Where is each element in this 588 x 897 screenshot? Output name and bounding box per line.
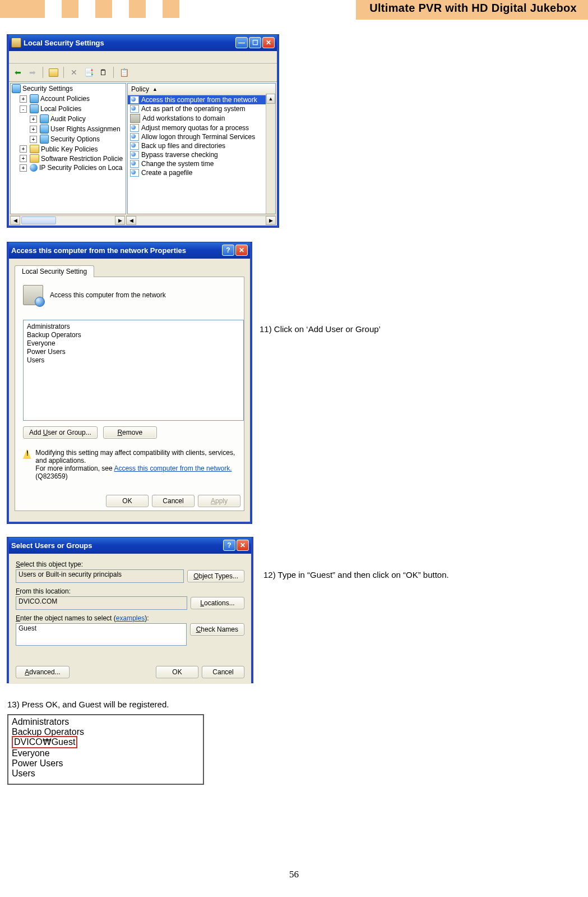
export-icon[interactable]: 🗒 xyxy=(98,67,109,78)
titlebar[interactable]: Access this computer from the network Pr… xyxy=(9,242,250,259)
policy-row[interactable]: Adjust memory quotas for a process xyxy=(128,123,275,132)
policy-list[interactable]: Policy▲ Access this computer from the ne… xyxy=(127,83,276,214)
titlebar[interactable]: Local Security Settings — ☐ ✕ xyxy=(9,35,277,51)
user-item[interactable]: Users xyxy=(27,356,240,365)
expander-icon[interactable]: + xyxy=(20,164,27,172)
cancel-button[interactable]: Cancel xyxy=(152,495,195,507)
page-number: 56 xyxy=(0,869,588,880)
policy-label: Back up files and directories xyxy=(141,142,225,150)
list-scrollbar[interactable]: ◀ ▶ xyxy=(126,215,276,225)
user-item[interactable]: Everyone xyxy=(27,339,240,348)
tree-item[interactable]: + Security Options xyxy=(11,134,126,144)
policy-row[interactable]: Allow logon through Terminal Services xyxy=(128,132,275,141)
app-icon xyxy=(11,38,21,48)
tree-item[interactable]: + Software Restriction Policie xyxy=(11,154,126,163)
maximize-button[interactable]: ☐ xyxy=(249,37,261,48)
result-item: Administrators xyxy=(12,717,200,727)
scroll-right-icon[interactable]: ▶ xyxy=(266,216,276,225)
cancel-button[interactable]: Cancel xyxy=(202,666,244,678)
help-button[interactable]: ? xyxy=(222,245,234,256)
expander-icon[interactable]: + xyxy=(20,95,27,103)
vertical-scrollbar[interactable]: ▲ xyxy=(266,94,275,214)
tree-item[interactable]: + Public Key Policies xyxy=(11,144,126,154)
label-location: From this location: xyxy=(16,587,244,595)
close-button[interactable]: ✕ xyxy=(237,540,249,551)
scroll-left-icon[interactable]: ◀ xyxy=(126,216,136,225)
object-types-button[interactable]: Object Types... xyxy=(187,570,244,582)
expander-icon[interactable]: + xyxy=(30,116,37,123)
object-names-input[interactable]: Guest xyxy=(16,623,187,646)
tree-item-selected[interactable]: + User Rights Assignmen xyxy=(11,124,126,134)
policy-row[interactable]: Access this computer from the network xyxy=(128,95,275,104)
policy-row[interactable]: Create a pagefile xyxy=(128,168,275,177)
refresh-icon[interactable]: 📋 xyxy=(118,67,129,78)
scroll-right-icon[interactable]: ▶ xyxy=(115,216,125,225)
list-header[interactable]: Policy▲ xyxy=(128,84,275,95)
expander-icon[interactable]: + xyxy=(30,126,37,133)
computer-icon xyxy=(130,114,140,123)
policy-row[interactable]: Act as part of the operating system xyxy=(128,104,275,113)
warning-icon xyxy=(23,449,31,459)
expander-icon[interactable]: + xyxy=(30,136,37,143)
book-icon xyxy=(40,114,49,123)
policy-row[interactable]: Add workstations to domain xyxy=(128,113,275,123)
result-item: Users xyxy=(12,769,200,779)
window-title: Local Security Settings xyxy=(24,39,104,47)
result-item-highlighted: DVICO₩Guest xyxy=(12,737,200,748)
tree-item[interactable]: + Audit Policy xyxy=(11,114,126,124)
user-item[interactable]: Power Users xyxy=(27,348,240,356)
remove-button[interactable]: Remove xyxy=(103,426,157,439)
tree-pane[interactable]: Security Settings + Account Policies - L… xyxy=(10,83,126,214)
policy-icon xyxy=(130,124,139,132)
warning-text: Modifying this setting may affect compat… xyxy=(35,449,236,480)
folder-icon xyxy=(30,145,39,153)
ok-button[interactable]: OK xyxy=(106,495,149,507)
titlebar[interactable]: Select Users or Groups ? ✕ xyxy=(9,537,251,554)
minimize-button[interactable]: — xyxy=(235,37,248,48)
help-button[interactable]: ? xyxy=(223,540,235,551)
policy-row[interactable]: Bypass traverse checking xyxy=(128,150,275,159)
tree-label: Public Key Policies xyxy=(41,145,98,153)
policy-row[interactable]: Back up files and directories xyxy=(128,141,275,150)
properties-icon[interactable]: 📑 xyxy=(83,67,94,78)
kb-link[interactable]: Access this computer from the network. xyxy=(114,464,232,472)
expander-icon[interactable]: + xyxy=(20,145,27,153)
tree-root[interactable]: Security Settings xyxy=(11,84,126,94)
user-item[interactable]: Administrators xyxy=(27,323,240,331)
policy-label: Act as part of the operating system xyxy=(141,105,245,113)
locations-button[interactable]: Locations... xyxy=(191,597,244,609)
scroll-up-icon[interactable]: ▲ xyxy=(266,94,275,104)
policy-icon xyxy=(130,105,139,113)
back-icon[interactable]: ⬅ xyxy=(12,67,24,78)
window-title: Select Users or Groups xyxy=(11,541,92,550)
expander-icon[interactable]: + xyxy=(20,155,27,162)
users-listbox[interactable]: Administrators Backup Operators Everyone… xyxy=(23,320,244,421)
column-header[interactable]: Policy xyxy=(131,85,149,93)
tree-item[interactable]: + Account Policies xyxy=(11,94,126,104)
ok-button[interactable]: OK xyxy=(156,666,198,678)
up-icon[interactable] xyxy=(48,67,59,78)
label-object-type: Select this object type: xyxy=(16,560,244,568)
forward-icon[interactable]: ➡ xyxy=(27,67,38,78)
scroll-left-icon[interactable]: ◀ xyxy=(10,216,20,225)
close-button[interactable]: ✕ xyxy=(262,37,275,48)
user-item[interactable]: Backup Operators xyxy=(27,331,240,339)
add-user-or-group-button[interactable]: Add User or Group... xyxy=(23,426,98,439)
close-button[interactable]: ✕ xyxy=(235,245,248,256)
menubar xyxy=(9,51,277,63)
tree-scrollbar[interactable]: ◀ ▶ xyxy=(10,215,125,225)
delete-icon[interactable]: ✕ xyxy=(68,67,80,78)
tree-label: Audit Policy xyxy=(50,115,86,123)
examples-link[interactable]: examples xyxy=(116,614,145,622)
check-names-button[interactable]: Check Names xyxy=(190,623,244,636)
tab-local-security-setting[interactable]: Local Security Setting xyxy=(15,265,94,277)
policy-row[interactable]: Change the system time xyxy=(128,159,275,168)
policy-label: Change the system time xyxy=(141,160,214,168)
tree-item[interactable]: + IP Security Policies on Loca xyxy=(11,163,126,172)
advanced-button[interactable]: Advanced... xyxy=(16,666,70,678)
apply-button[interactable]: Apply xyxy=(198,495,240,507)
tree-label: Software Restriction Policie xyxy=(41,155,123,163)
expander-icon[interactable]: - xyxy=(20,105,27,113)
tree-item[interactable]: - Local Policies xyxy=(11,104,126,114)
tree-label: Account Policies xyxy=(40,95,90,103)
